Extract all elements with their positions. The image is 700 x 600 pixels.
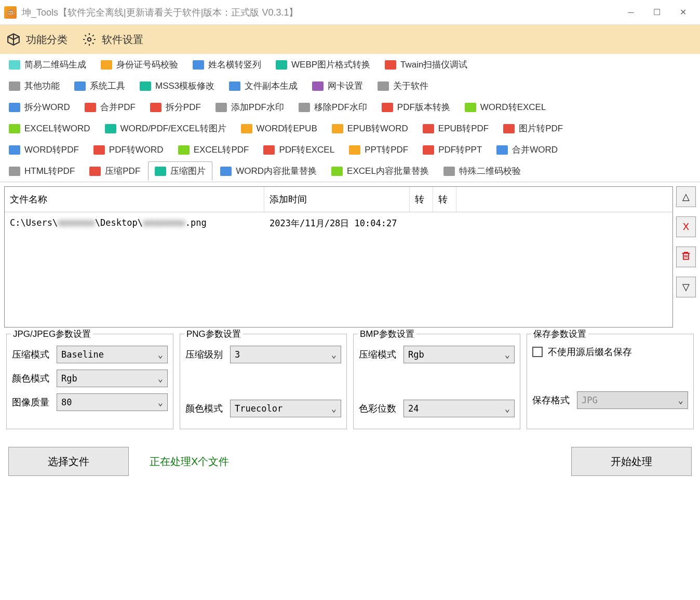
tab-excel2word[interactable]: EXCEL转WORD: [2, 119, 97, 138]
text-icon: [193, 60, 204, 70]
chevron-down-icon: ⌄: [505, 349, 510, 360]
watermark-icon: [216, 103, 227, 112]
tab-ppt2pdf[interactable]: PPT转PDF: [342, 140, 415, 159]
titlebar: 🐵 坤_Tools【软件完全离线|更新请看关于软件|版本：正式版 V0.3.1】…: [0, 0, 700, 25]
tab-pdf2word[interactable]: PDF转WORD: [87, 140, 170, 159]
clear-button[interactable]: [676, 247, 696, 267]
gear-icon: [74, 81, 86, 91]
pdf-icon: [263, 145, 275, 155]
watermark-icon: [299, 103, 310, 112]
toolbar-category[interactable]: 功能分类: [6, 32, 68, 47]
save-format-select[interactable]: JPG⌄: [577, 391, 688, 409]
tab-compresspdf[interactable]: 压缩PDF: [83, 161, 147, 181]
chevron-down-icon: ⌄: [158, 349, 163, 360]
th-conv2[interactable]: 转: [433, 187, 456, 212]
delete-button[interactable]: X: [676, 216, 696, 237]
tab-html2pdf[interactable]: HTML转PDF: [2, 161, 82, 181]
tab-splitword[interactable]: 拆分WORD: [2, 98, 77, 117]
gear-icon: [82, 32, 97, 47]
tab-word2epub[interactable]: WORD转EPUB: [234, 119, 324, 138]
th-filename[interactable]: 文件名称: [5, 187, 264, 212]
maximize-button[interactable]: ☐: [644, 2, 670, 23]
bmp-legend: BMP参数设置: [358, 328, 416, 340]
jpg-color-select[interactable]: Rgb⌄: [57, 370, 168, 387]
tab-mergeword[interactable]: 合并WORD: [490, 140, 564, 159]
tab-doc2img[interactable]: WORD/PDF/EXCEL转图片: [98, 119, 233, 138]
triangle-down-icon: ▽: [682, 281, 690, 293]
png-color-select[interactable]: Truecolor⌄: [230, 400, 341, 417]
tab-twain[interactable]: Twain扫描仪调试: [378, 55, 474, 74]
tab-removewatermark[interactable]: 移除PDF水印: [292, 98, 374, 117]
tab-addwatermark[interactable]: 添加PDF水印: [209, 98, 291, 117]
jpg-quality-select[interactable]: 80⌄: [57, 393, 168, 411]
tab-wordreplace[interactable]: WORD内容批量替换: [213, 161, 324, 181]
compress-icon: [89, 167, 101, 176]
scanner-icon: [385, 60, 396, 70]
x-icon: X: [683, 222, 689, 233]
toolbar-settings[interactable]: 软件设置: [82, 32, 143, 47]
tab-compressimage[interactable]: 压缩图片: [148, 161, 212, 181]
tab-filecopy[interactable]: 文件副本生成: [222, 76, 304, 96]
tab-qrcode[interactable]: 简易二维码生成: [2, 55, 93, 74]
word-icon: [9, 103, 20, 112]
table-row[interactable]: C:\Users\xxxxxxx\Desktop\xxxxxxxx.png 20…: [5, 212, 672, 235]
tab-about[interactable]: 关于软件: [371, 76, 435, 96]
chevron-down-icon: ⌄: [505, 403, 510, 414]
start-button[interactable]: 开始处理: [571, 447, 692, 476]
th-addtime[interactable]: 添加时间: [264, 187, 410, 212]
file-table: 文件名称 添加时间 转 转 C:\Users\xxxxxxx\Desktop\x…: [4, 186, 673, 328]
tab-word2pdf[interactable]: WORD转PDF: [2, 140, 86, 159]
move-up-button[interactable]: △: [676, 186, 696, 207]
excel-icon: [9, 124, 20, 133]
tab-epub2word[interactable]: EPUB转WORD: [325, 119, 415, 138]
tab-mss3[interactable]: MSS3模板修改: [133, 76, 221, 96]
tab-namevert[interactable]: 姓名横转竖列: [186, 55, 268, 74]
move-down-button[interactable]: ▽: [676, 277, 696, 297]
bmp-compress-select[interactable]: Rgb⌄: [403, 346, 515, 363]
pdf-icon: [93, 145, 105, 155]
tab-webp[interactable]: WEBP图片格式转换: [269, 55, 377, 74]
tab-word2excel[interactable]: WORD转EXCEL: [458, 98, 553, 117]
tab-idcheck[interactable]: 身份证号码校验: [94, 55, 185, 74]
png-level-select[interactable]: 3⌄: [230, 346, 341, 363]
tab-pdfversion[interactable]: PDF版本转换: [375, 98, 457, 117]
tab-mergepdf[interactable]: 合并PDF: [78, 98, 142, 117]
info-icon: [378, 81, 389, 91]
tab-system[interactable]: 系统工具: [68, 76, 132, 96]
no-ext-checkbox[interactable]: [532, 347, 543, 357]
pdf-icon: [423, 124, 434, 133]
cell-filename: C:\Users\xxxxxxx\Desktop\xxxxxxxx.png: [5, 212, 264, 235]
bmp-bits-select[interactable]: 24⌄: [403, 400, 515, 417]
jpg-compress-select[interactable]: Baseline⌄: [57, 346, 168, 363]
app-icon: 🐵: [4, 6, 17, 19]
qrcode-icon: [9, 60, 20, 70]
tab-specialqr[interactable]: 特殊二维码校验: [437, 161, 528, 181]
tab-splitpdf[interactable]: 拆分PDF: [143, 98, 208, 117]
tab-pdf2excel[interactable]: PDF转EXCEL: [257, 140, 341, 159]
word-icon: [9, 145, 20, 155]
chevron-down-icon: ⌄: [158, 373, 163, 384]
png-color-label: 颜色模式: [185, 402, 225, 415]
pdf-icon: [150, 103, 161, 112]
tab-excelreplace[interactable]: EXCEL内容批量替换: [325, 161, 436, 181]
tab-epub2pdf[interactable]: EPUB转PDF: [416, 119, 495, 138]
template-icon: [140, 81, 151, 91]
jpg-color-label: 颜色模式: [12, 372, 51, 385]
tab-excel2pdf[interactable]: EXCEL转PDF: [171, 140, 256, 159]
th-conv1[interactable]: 转: [410, 187, 433, 212]
window-title: 坤_Tools【软件完全离线|更新请看关于软件|版本：正式版 V0.3.1】: [22, 6, 618, 19]
jpg-quality-label: 图像质量: [12, 396, 51, 408]
tab-network[interactable]: 网卡设置: [305, 76, 370, 96]
replace-icon: [331, 167, 343, 176]
tab-img2pdf[interactable]: 图片转PDF: [496, 119, 570, 138]
tabs-container: 简易二维码生成 身份证号码校验 姓名横转竖列 WEBP图片格式转换 Twain扫…: [0, 54, 700, 182]
close-button[interactable]: ✕: [670, 2, 696, 23]
jpg-legend: JPG/JPEG参数设置: [11, 328, 93, 340]
chevron-down-icon: ⌄: [158, 397, 163, 407]
minimize-button[interactable]: ─: [618, 2, 644, 23]
tab-other[interactable]: 其他功能: [2, 76, 66, 96]
select-file-button[interactable]: 选择文件: [8, 447, 129, 476]
tab-pdf2ppt[interactable]: PDF转PPT: [416, 140, 489, 159]
html-icon: [9, 167, 20, 176]
save-legend: 保存参数设置: [531, 328, 588, 340]
